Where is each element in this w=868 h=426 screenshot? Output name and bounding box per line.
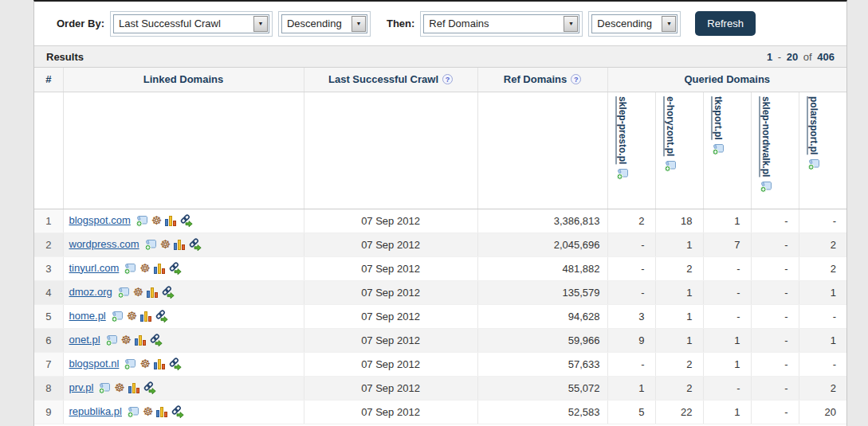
add-to-report-icon[interactable]: [807, 158, 820, 170]
site-explorer-wheel-icon[interactable]: ☸: [139, 358, 150, 370]
table-row: 1blogspot.com☸07 Sep 20123,386,8132181--: [34, 209, 846, 233]
site-explorer-wheel-icon[interactable]: ☸: [127, 310, 137, 322]
chart-icon[interactable]: [154, 263, 165, 274]
linked-domain-link[interactable]: home.pl: [69, 310, 106, 322]
backlinks-icon[interactable]: [168, 262, 182, 275]
linked-domain-cell: wordpress.com☸: [63, 233, 304, 256]
backlinks-icon[interactable]: [155, 310, 168, 322]
linked-domain-link[interactable]: blogspot.nl: [69, 358, 120, 369]
chart-icon[interactable]: [174, 239, 185, 250]
backlinks-icon[interactable]: [188, 238, 202, 251]
row-number: 6: [34, 328, 63, 352]
then-label: Then:: [387, 18, 414, 29]
add-to-report-icon[interactable]: [664, 159, 677, 172]
linked-domain-cell: onet.pl☸: [63, 328, 304, 352]
chart-icon[interactable]: [128, 382, 139, 393]
total-count: 406: [817, 51, 835, 63]
row-action-icons: ☸: [124, 262, 181, 275]
add-to-report-icon[interactable]: [117, 286, 130, 299]
chart-icon[interactable]: [165, 215, 176, 226]
backlinks-icon[interactable]: [161, 286, 175, 299]
backlinks-icon[interactable]: [168, 358, 182, 370]
chevron-down-icon[interactable]: ▼: [662, 16, 676, 32]
add-to-report-icon[interactable]: [712, 143, 725, 155]
then-direction-select[interactable]: Descending ▼: [591, 14, 678, 33]
row-number: 8: [34, 376, 63, 400]
chevron-down-icon[interactable]: ▼: [352, 16, 366, 32]
chart-icon[interactable]: [140, 311, 151, 322]
add-to-report-icon[interactable]: [136, 214, 148, 227]
results-table: # Linked Domains Last Successful Crawl? …: [34, 68, 846, 424]
site-explorer-wheel-icon[interactable]: ☸: [143, 405, 153, 418]
queried-domain-count: 1: [703, 400, 751, 424]
queried-domain-count: 2: [655, 376, 703, 400]
chart-icon[interactable]: [156, 406, 167, 417]
add-to-report-icon[interactable]: [105, 334, 118, 346]
order-field-select[interactable]: Last Successful Crawl ▼: [113, 14, 269, 33]
linked-domain-link[interactable]: dmoz.org: [69, 286, 112, 298]
queried-domain-column-header: tksport.pl: [703, 92, 751, 209]
help-icon[interactable]: ?: [442, 74, 453, 84]
queried-domain-link[interactable]: tksport.pl: [713, 96, 724, 140]
row-action-icons: ☸: [98, 381, 155, 394]
add-to-report-icon[interactable]: [124, 358, 136, 370]
queried-domain-column-header: polarsport.pl: [799, 92, 846, 209]
chevron-down-icon[interactable]: ▼: [564, 16, 578, 32]
backlinks-icon[interactable]: [149, 334, 163, 346]
ref-domains-header-label: Ref Domains: [504, 73, 567, 85]
chart-icon[interactable]: [154, 358, 165, 369]
queried-domain-count: -: [799, 304, 846, 328]
order-direction-select[interactable]: Descending ▼: [281, 14, 367, 33]
queried-domain-count: -: [751, 352, 799, 376]
queried-domain-count: -: [607, 352, 655, 376]
chart-icon[interactable]: [147, 287, 158, 298]
site-explorer-wheel-icon[interactable]: ☸: [133, 286, 143, 299]
table-row: 8prv.pl☸07 Sep 201255,07212--2: [34, 376, 846, 400]
site-explorer-wheel-icon[interactable]: ☸: [121, 334, 132, 346]
queried-domain-count: 18: [655, 209, 703, 233]
site-explorer-wheel-icon[interactable]: ☸: [160, 238, 171, 251]
help-icon[interactable]: ?: [571, 74, 581, 84]
add-to-report-icon[interactable]: [111, 310, 124, 322]
add-to-report-icon[interactable]: [616, 167, 629, 180]
table-row: 4dmoz.org☸07 Sep 2012135,579-1--1: [34, 280, 846, 304]
refresh-button[interactable]: Refresh: [695, 11, 756, 36]
chart-icon[interactable]: [135, 334, 146, 346]
add-to-report-icon[interactable]: [127, 405, 139, 418]
queried-domain-link[interactable]: sklep-presto.pl: [617, 96, 628, 164]
add-to-report-icon[interactable]: [98, 381, 111, 394]
table-row: 5home.pl☸07 Sep 201294,62831---: [34, 304, 846, 328]
chevron-down-icon[interactable]: ▼: [253, 16, 268, 32]
add-to-report-icon[interactable]: [760, 180, 772, 193]
backlinks-icon[interactable]: [171, 405, 184, 418]
site-explorer-wheel-icon[interactable]: ☸: [114, 381, 124, 394]
linked-domain-link[interactable]: tinyurl.com: [69, 262, 120, 274]
site-explorer-wheel-icon[interactable]: ☸: [151, 214, 162, 227]
site-explorer-wheel-icon[interactable]: ☸: [139, 262, 150, 275]
queried-domain-count: -: [751, 400, 799, 424]
backlinks-icon[interactable]: [179, 214, 193, 227]
queried-domain-link[interactable]: e-horyzont.pl: [665, 96, 676, 156]
then-direction-value: Descending: [597, 18, 661, 29]
linked-domain-cell: republika.pl☸: [63, 400, 304, 424]
queried-domain-link[interactable]: polarsport.pl: [808, 96, 819, 154]
queried-domain-count: -: [751, 280, 799, 304]
linked-domain-cell: home.pl☸: [63, 304, 304, 328]
linked-domain-link[interactable]: wordpress.com: [69, 238, 139, 250]
row-number: 7: [34, 352, 63, 376]
then-field-select[interactable]: Ref Domains ▼: [423, 14, 579, 33]
backlinks-icon[interactable]: [143, 381, 156, 394]
table-header-row: # Linked Domains Last Successful Crawl? …: [34, 68, 846, 92]
add-to-report-icon[interactable]: [124, 262, 136, 275]
add-to-report-icon[interactable]: [144, 238, 157, 251]
row-action-icons: ☸: [111, 310, 168, 322]
linked-domain-link[interactable]: onet.pl: [69, 334, 100, 346]
table-row: 6onet.pl☸07 Sep 201259,966911-1: [34, 328, 846, 352]
column-header-last-successful-crawl: Last Successful Crawl?: [304, 68, 477, 92]
crawl-date: 07 Sep 2012: [304, 280, 477, 304]
queried-domain-link[interactable]: sklep-nordwalk.pl: [760, 96, 772, 177]
linked-domain-link[interactable]: republika.pl: [69, 405, 123, 417]
linked-domain-link[interactable]: blogspot.com: [69, 214, 131, 226]
queried-domain-count: -: [751, 209, 799, 233]
linked-domain-link[interactable]: prv.pl: [69, 381, 94, 393]
